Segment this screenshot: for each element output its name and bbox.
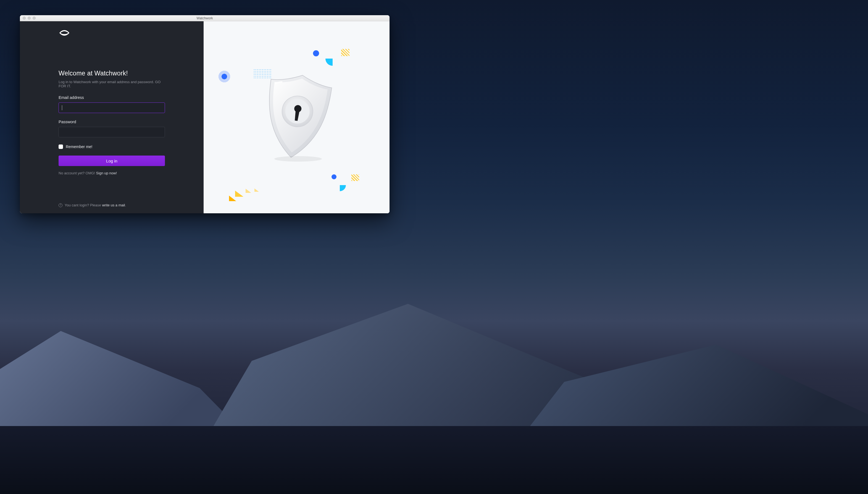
login-button[interactable]: Log in [59,155,165,166]
help-link[interactable]: write us a mail [102,203,125,207]
login-headline: Welcome at Watchwork! [59,70,165,77]
remember-me-label: Remember me! [66,145,92,149]
help-row: ? You cant login? Please write us a mail… [59,203,165,207]
decoration-quarter-icon [340,185,346,191]
window-close-button[interactable] [23,17,26,20]
remember-me-checkbox[interactable] [59,145,63,149]
eye-icon [59,33,70,38]
svg-point-3 [274,156,322,162]
login-subhead: Log in to Watchwork with your email addr… [59,80,165,88]
window-maximize-button[interactable] [33,17,36,20]
decoration-triangles-icon [229,185,259,201]
decoration-dot-icon [331,174,336,179]
email-field[interactable] [59,102,165,113]
app-logo [59,29,165,38]
email-label: Email address [59,95,165,100]
help-suffix: . [125,203,126,207]
shield-lock-icon [257,70,337,165]
window-titlebar[interactable]: Watchwork [20,15,389,21]
decoration-stripes-icon [351,174,359,181]
password-label: Password [59,120,165,124]
decoration-stripes-icon [341,49,349,56]
help-icon: ? [59,203,62,207]
decoration-ring-icon [218,71,230,82]
help-prefix: You cant login? Please [65,203,102,207]
signup-prefix: No account yet? OMG! [59,171,96,175]
password-field[interactable] [59,127,165,137]
signup-link[interactable]: Sign up now! [96,171,117,175]
decoration-dot-icon [313,50,319,56]
decoration-quarter-icon [325,59,333,66]
window-minimize-button[interactable] [27,17,31,20]
login-panel: Welcome at Watchwork! Log in to Watchwor… [20,21,204,213]
text-caret [62,105,62,110]
illustration-panel [204,21,389,213]
app-window: Watchwork Welcome at Watchwork! Log in t… [20,15,389,213]
window-title: Watchwork [20,16,389,20]
signup-line: No account yet? OMG! Sign up now! [59,171,165,175]
